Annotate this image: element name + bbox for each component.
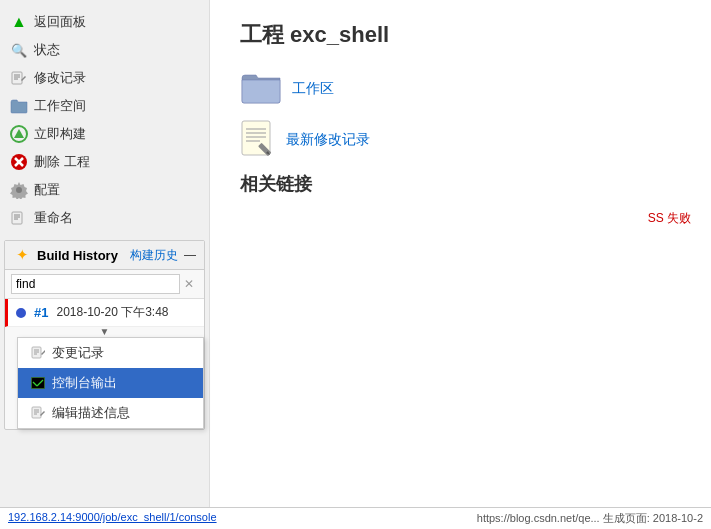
build-date: 2018-10-20 下午3:48 [56,304,168,321]
doc-icon [30,346,46,360]
sidebar-label-status: 状态 [34,41,60,59]
main-content: 工程 exc_shell 工作区 [210,0,711,507]
dropdown-arrow: ▼ [5,327,204,337]
section-title: 相关链接 [240,172,681,196]
star-icon: ✦ [13,246,31,264]
build-history-title: Build History [37,248,124,263]
svg-rect-0 [12,72,22,84]
context-menu: 变更记录 控制台输出 [17,337,204,429]
sidebar-label-build-now: 立即构建 [34,125,86,143]
rename-icon [10,209,28,227]
svg-rect-24 [32,407,41,418]
status-bar: 192.168.2.14:9000/job/exc_shell/1/consol… [0,507,711,529]
changelog-item: 最新修改记录 [240,119,681,160]
workspace-folder-icon [240,70,282,107]
sidebar-label-delete: 删除 工程 [34,153,90,171]
find-row: ✕ [5,270,204,299]
build-history-dash: — [184,248,196,262]
status-bar-left: 192.168.2.14:9000/job/exc_shell/1/consol… [8,511,217,526]
changelog-link[interactable]: 最新修改记录 [286,131,370,149]
changelog-doc-icon [240,119,276,160]
workspace-item: 工作区 [240,70,681,107]
search-icon: 🔍 [10,41,28,59]
gear-icon [10,181,28,199]
sidebar: ▲ 返回面板 🔍 状态 修改记录 [0,0,210,507]
svg-marker-19 [41,350,45,355]
console-icon [30,376,46,390]
build-status-dot [16,308,26,318]
ss-fail-text: SS 失败 [648,210,691,227]
context-menu-label-edit-info: 编辑描述信息 [52,404,130,422]
edit-icon [30,406,46,420]
workspace-link[interactable]: 工作区 [292,80,334,98]
build-history-link[interactable]: 构建历史 [130,247,178,264]
context-menu-item-console[interactable]: 控制台输出 [18,368,203,398]
main-layout: ▲ 返回面板 🔍 状态 修改记录 [0,0,711,507]
sidebar-label-config: 配置 [34,181,60,199]
sidebar-item-back[interactable]: ▲ 返回面板 [0,8,209,36]
build-icon [10,125,28,143]
status-bar-right: https://blog.csdn.net/qe... 生成页面: 2018-1… [477,511,703,526]
sidebar-item-status[interactable]: 🔍 状态 [0,36,209,64]
sidebar-label-rename: 重命名 [34,209,73,227]
svg-rect-15 [32,347,41,358]
svg-rect-11 [12,212,22,224]
context-menu-label-console: 控制台输出 [52,374,117,392]
page-title: 工程 exc_shell [240,20,681,50]
sidebar-item-config[interactable]: 配置 [0,176,209,204]
sidebar-item-delete[interactable]: 删除 工程 [0,148,209,176]
sidebar-item-build-now[interactable]: 立即构建 [0,120,209,148]
sidebar-item-rename[interactable]: 重命名 [0,204,209,232]
find-input[interactable] [11,274,180,294]
build-item-1[interactable]: #1 2018-10-20 下午3:48 [5,299,204,327]
find-clear-button[interactable]: ✕ [180,277,198,291]
svg-marker-6 [14,129,24,138]
context-menu-item-edit-info[interactable]: 编辑描述信息 [18,398,203,428]
folder-icon [10,97,28,115]
build-history-header: ✦ Build History 构建历史 — [5,241,204,270]
build-number: #1 [34,305,48,320]
pencil-icon [10,69,28,87]
build-history-panel: ✦ Build History 构建历史 — ✕ #1 2018-10-20 下… [4,240,205,430]
context-menu-item-changes[interactable]: 变更记录 [18,338,203,368]
sidebar-item-changes[interactable]: 修改记录 [0,64,209,92]
delete-icon [10,153,28,171]
sidebar-label-workspace: 工作空间 [34,97,86,115]
sidebar-label-back: 返回面板 [34,13,86,31]
sidebar-item-workspace[interactable]: 工作空间 [0,92,209,120]
sidebar-label-changes: 修改记录 [34,69,86,87]
context-menu-label-changes: 变更记录 [52,344,104,362]
up-arrow-icon: ▲ [10,13,28,31]
